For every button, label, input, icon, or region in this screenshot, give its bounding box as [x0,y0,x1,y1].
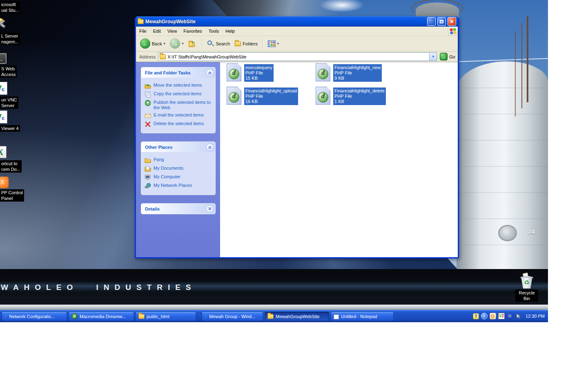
scheduler-tray-icon[interactable] [490,313,496,319]
php-file-icon: d [316,63,330,81]
search-button[interactable]: Search [205,39,232,48]
vnc-viewer-icon[interactable]: Vc [0,110,7,123]
back-dropdown-caret[interactable]: ▾ [163,42,165,45]
collapse-chevron-icon[interactable] [206,144,214,151]
pointer-tray-icon[interactable] [515,313,522,319]
details-panel: Details [141,203,216,214]
menu-bar: File Edit View Favorites Tools Help [136,27,458,36]
menu-file[interactable]: File [136,27,150,35]
desktop-icon-vnc-viewer[interactable]: Viewer 4 [0,125,20,132]
file-folder-tasks-header[interactable]: File and Folder Tasks [141,67,215,78]
taskbar-button-mewahgroupwebsite[interactable]: MewahGroupWebSite [265,312,329,321]
place-my-documents[interactable]: My Documents [145,166,214,172]
folders-button[interactable]: Folders [233,40,259,47]
other-places-header[interactable]: Other Places [141,142,215,152]
xampp-icon[interactable]: X [0,177,9,188]
desktop-icon-vnc-server[interactable]: un VNC Server [0,96,18,109]
scaffold-pipes [527,16,528,102]
file-size: 15 KB [245,76,272,81]
file-list: d executequery PHP File 15 KB d Financia… [220,62,458,257]
vnc-server-icon[interactable]: Vc [0,82,7,95]
help-tray-icon[interactable]: ? [473,313,479,319]
titlebar[interactable]: MewahGroupWebSite _ ✕ [136,16,458,27]
menu-tools[interactable]: Tools [205,27,223,35]
place-my-computer[interactable]: My Computer [145,174,214,181]
views-dropdown-caret[interactable]: ▾ [277,42,279,45]
delete-icon [145,121,151,128]
file-type: PHP File [334,94,385,99]
place-pang[interactable]: Pang [145,157,214,164]
file-folder-tasks-panel: File and Folder Tasks Move the selected … [141,67,216,133]
address-input[interactable]: X:\IT Staffs\Pang\MewahGroupWebSite ▼ [158,52,437,61]
file-name: executequery [245,65,272,70]
file-type: PHP File [245,94,297,99]
notepad-icon [334,313,339,319]
expand-chevron-icon[interactable] [206,205,214,213]
folder-icon [138,314,145,319]
vnc-tray-icon[interactable]: V2 [498,313,505,319]
forward-dropdown-caret[interactable]: ▾ [182,42,183,45]
back-button[interactable]: ← Back ▾ [138,38,167,49]
minimize-button[interactable]: _ [427,17,436,26]
go-button[interactable]: → Go [440,53,455,61]
desktop-icon-ts-web-access[interactable]: S Web Access [0,65,17,78]
other-places-panel: Other Places Pang [141,141,216,195]
task-copy[interactable]: Copy the selected items [145,91,214,98]
views-button[interactable]: ▾ [266,40,281,48]
tank-label: J4 [528,228,535,235]
menu-edit[interactable]: Edit [150,27,164,35]
publish-web-icon [145,100,151,106]
file-type: PHP File [334,70,381,76]
task-publish[interactable]: Publish the selected items to the Web [145,100,214,110]
task-email[interactable]: E-mail the selected items [145,112,214,119]
file-tile[interactable]: d FinancialHighlight_upload PHP File 16 … [227,87,298,105]
task-move[interactable]: Move the selected items [145,83,214,89]
maximize-button[interactable] [437,17,446,26]
desktop-icon-excel-shortcut[interactable]: ortcut to cem Do... [0,160,22,173]
php-file-icon: d [227,63,241,81]
taskbar-button-network-configuration[interactable]: e Network Configuratio... [2,312,67,321]
dreamweaver-icon: d [71,313,78,319]
file-tile[interactable]: d FinancialHighlight_new PHP File 9 KB [316,63,382,82]
file-tile[interactable]: d executequery PHP File 15 KB [227,63,274,82]
wallpaper-banner: WAHOLEO INDUSTRIES [0,269,548,305]
tank-manhole [498,225,517,241]
taskbar-button-public-html[interactable]: public_html [136,312,196,321]
clock[interactable]: 12:30 PM [526,314,545,319]
menu-view[interactable]: View [164,27,180,35]
taskbar-button-dreamweaver[interactable]: d Macromedia Dreamw... [69,312,134,321]
taskbar-button-notepad[interactable]: Untitled - Notepad [331,312,394,321]
forward-button[interactable]: → ▾ [168,38,185,49]
toolbar-separator [263,38,263,49]
file-tile[interactable]: d FinancialHighlight_delete PHP File 1 K… [316,87,386,105]
move-icon [145,83,151,89]
toolbar-separator [202,38,202,49]
collapse-chevron-icon[interactable] [206,69,214,76]
explorer-content: File and Folder Tasks Move the selected … [136,62,458,257]
desktop-icon-xampp[interactable]: PP Control Panel [0,189,24,202]
task-pane: File and Folder Tasks Move the selected … [136,62,220,257]
address-dropdown-button[interactable]: ▼ [429,53,437,61]
ts-web-access-icon[interactable]: >_ [0,53,7,64]
tray-chevron-icon[interactable]: ‹ [481,313,488,319]
audio-wave-tray-icon[interactable]: ~ [507,313,513,319]
my-computer-icon [145,174,151,181]
details-header[interactable]: Details [141,204,215,214]
menu-help[interactable]: Help [222,27,238,35]
menu-favorites[interactable]: Favorites [180,27,205,35]
php-file-icon: d [316,87,330,105]
desktop-icon-sql-server[interactable]: L Server nagem... [0,33,20,45]
desktop-icon-visual-studio[interactable]: icrosoft ual Stu... [0,1,20,13]
recycle-bin[interactable]: ♻ Recycle Bin [515,274,538,302]
folders-icon [235,41,241,46]
excel-shortcut-icon[interactable]: X [0,146,7,158]
close-button[interactable]: ✕ [448,17,456,26]
taskbar-button-mewah-group[interactable]: e Mewah Group - Wind... [202,312,263,321]
sql-server-management-icon[interactable] [0,18,7,31]
address-label: Address [139,54,156,59]
file-name: FinancialHighlight_delete [334,88,385,94]
up-button[interactable]: ↑ [187,39,198,48]
place-my-network[interactable]: My Network Places [145,183,214,189]
address-value: X:\IT Staffs\Pang\MewahGroupWebSite [167,54,246,59]
task-delete[interactable]: Delete the selected items [145,121,214,128]
